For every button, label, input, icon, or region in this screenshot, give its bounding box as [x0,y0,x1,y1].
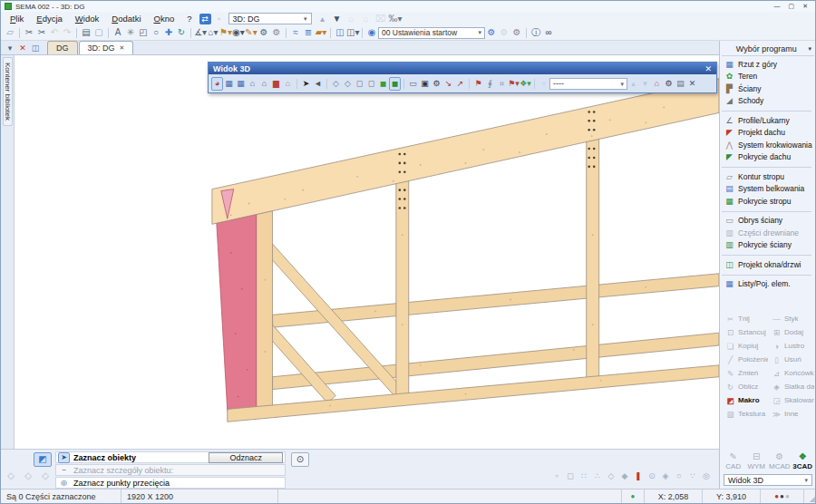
menu-item[interactable]: Edycja [30,14,69,24]
snap-quad-icon[interactable]: ◈ [660,470,671,482]
select-intersections-row[interactable]: ◎ Zaznacz punkty przecięcia [55,477,286,489]
menu-item[interactable]: Widok [69,14,105,24]
view-window-2-icon[interactable]: ▦ [235,78,247,90]
widok-3d-icon[interactable] [326,79,327,89]
program-kontur-stropu[interactable]: ▱ Kontur stropu [722,170,814,183]
close-button[interactable]: ✕ [802,3,808,10]
wall-view-icon[interactable]: ▆ [270,78,282,90]
tool-sztancuj[interactable]: ⊡ Sztancuj [722,325,768,339]
sidebar-item[interactable] [722,163,811,168]
origin-icon[interactable]: ⌂▾ [207,26,219,39]
widok-3d-icon[interactable] [296,79,297,89]
home-camera-icon[interactable]: ⌂ [651,78,663,90]
program-pokrycie-dachu[interactable]: ◤ Pokrycie dachu [722,151,814,164]
minimize-button[interactable]: — [774,3,781,10]
house-section-icon[interactable]: ⌂ [282,78,294,90]
textured-cube-icon[interactable]: ◼ [389,77,401,91]
widok-3d-icon[interactable] [534,79,535,89]
cut-multi-icon[interactable]: ✂ [35,26,48,39]
spin-up-icon[interactable]: ▴ [316,13,329,25]
toolbar-icon[interactable] [190,28,191,38]
program-projekt-okna-drzwi[interactable]: ◫ Projekt okna/drzwi [722,258,814,271]
tool-styk[interactable]: — Styk [768,312,814,325]
spin-down-icon[interactable]: ▼ [331,13,344,25]
layer-3-icon[interactable]: ◇ [39,470,52,482]
program-projekt-dachu[interactable]: ◤ Projekt dachu [722,127,814,140]
page-preview-icon[interactable]: ▢ [92,26,105,39]
start-settings-combo[interactable]: 00 Ustawienia startow [378,27,485,39]
tool-dodaj[interactable]: ⊞ Dodaj [768,325,814,339]
toolbar-icon[interactable] [19,28,20,38]
widok-3d-titlebar[interactable]: Widok 3D ✕ [209,63,716,74]
tool-inne[interactable]: ≫ Inne [768,407,814,421]
mode-mcad[interactable]: ⚙ MCAD [768,452,792,470]
widok-3d-icon[interactable] [469,79,470,89]
resolution-down-icon[interactable]: ↘ [442,78,454,90]
table-icon[interactable]: ◫ [334,26,346,39]
tool-zmien[interactable]: ✎ Zmień [722,366,768,380]
program-listy[interactable]: ▦ Listy/Poj. elem. [722,278,814,291]
split-view-icon[interactable]: ◫ [29,42,42,54]
viewport-3d[interactable]: Widok 3D ✕ ◕▦▦⌂⌂▆⌂➤◄◇◇◻◻◼◼▭▣⚙↘↗⚑∮⌗⚑▾❖▾▫-… [15,55,719,449]
close-view-icon[interactable]: ✕ [16,42,29,54]
draw-icon[interactable]: ✎▾ [245,26,257,39]
delete-view-icon[interactable]: ⌧ [374,13,387,25]
snapshot-page-icon[interactable]: ▤ [675,78,686,90]
view-name-combo[interactable]: Widok 3D ▾ [724,474,812,486]
sidebar-item[interactable] [722,271,811,276]
pin-icon[interactable]: ⚑ [472,78,484,90]
tool-tekstura-3d[interactable]: ▨ Tekstura 3D [722,407,768,421]
select-details-row[interactable]: ~ Zaznacz szczegóły obiektu: [55,464,286,476]
menu-item[interactable]: ? [180,14,198,24]
layer-2-icon[interactable]: ◇ [22,470,34,482]
mode-wym[interactable]: ⊟ WYM [745,452,769,470]
tool-kopiuj[interactable]: ❏ Kopiuj [722,339,768,353]
camera-gear-icon[interactable]: ⚙ [663,78,675,90]
toolbar-icon[interactable] [108,28,109,38]
widok-3d-close-icon[interactable]: ✕ [704,64,712,73]
snap-marker-icon[interactable]: ❚ [633,470,644,482]
link-icon[interactable]: ⚙ [498,26,510,39]
tool-oblicz[interactable]: ↻ Oblicz [722,380,768,393]
toolbar-icon[interactable] [526,28,527,38]
program-rzut-z-gory[interactable]: ▦ Rzut z góry [722,58,814,71]
view-scale-menu-icon[interactable]: ‰▾ [389,13,402,25]
mode-cad[interactable]: ✎ CAD [722,452,745,470]
layer-1-icon[interactable]: ◇ [5,470,17,482]
program-obrys-sciany[interactable]: ▭ Obrys ściany [722,215,814,228]
outline-cube-icon[interactable]: ◻ [365,78,377,90]
print-icon[interactable]: ▤ [80,26,92,39]
orbit-icon[interactable]: ↻ [175,26,188,39]
tool-polozenie[interactable]: ╱ Położenie [722,353,768,366]
ref-point-icon[interactable]: ▫ [538,78,549,90]
house-view-icon[interactable]: ⌂ [247,78,258,90]
snap-diamond-icon[interactable]: ◇ [606,470,617,482]
modules-gear-icon[interactable]: ⚙ [270,26,283,39]
close-toolbar-icon[interactable]: ✕ [686,78,698,90]
mode-3cad[interactable]: ❖ 3CAD [792,452,815,470]
sort-icon[interactable]: A [112,26,124,39]
palette-icon[interactable]: ▰▾ [315,26,327,39]
perspective-icon[interactable]: ◕ [211,77,223,91]
deselect-button[interactable]: Odznacz [209,452,283,463]
widok-3d-icon[interactable] [403,79,404,89]
hidden-line-cube-icon[interactable]: ◇ [342,78,354,90]
step-down-icon[interactable]: ▾ [639,78,651,90]
cut-icon[interactable]: ✂ [23,26,35,39]
toolbar-icon[interactable] [330,28,331,38]
sidebar-item[interactable] [722,251,811,256]
layout-panes-icon[interactable]: ◫▾ [346,26,359,39]
paperclip-icon[interactable]: ∮ [484,78,496,90]
snap-target-icon[interactable]: ◎ [701,470,712,482]
shaded-cube-icon[interactable]: ◻ [354,78,365,90]
sidebar-item[interactable] [722,107,811,111]
snap-square-icon[interactable]: ◻ [565,470,576,482]
view-window-icon[interactable]: ▦ [223,78,235,90]
pin-menu-icon[interactable]: ⚑▾ [508,78,520,90]
tool-usun[interactable]: ▯ Usuń [768,353,814,366]
tool-makro[interactable]: ◩ Makro [722,393,768,407]
tool-lustro[interactable]: ◑ Lustro [768,339,814,353]
monitor-icon[interactable]: ▭ [407,78,419,90]
bounding-box-icon[interactable]: ⌗ [496,78,508,90]
search-elements-icon[interactable]: ∞ [542,26,555,39]
